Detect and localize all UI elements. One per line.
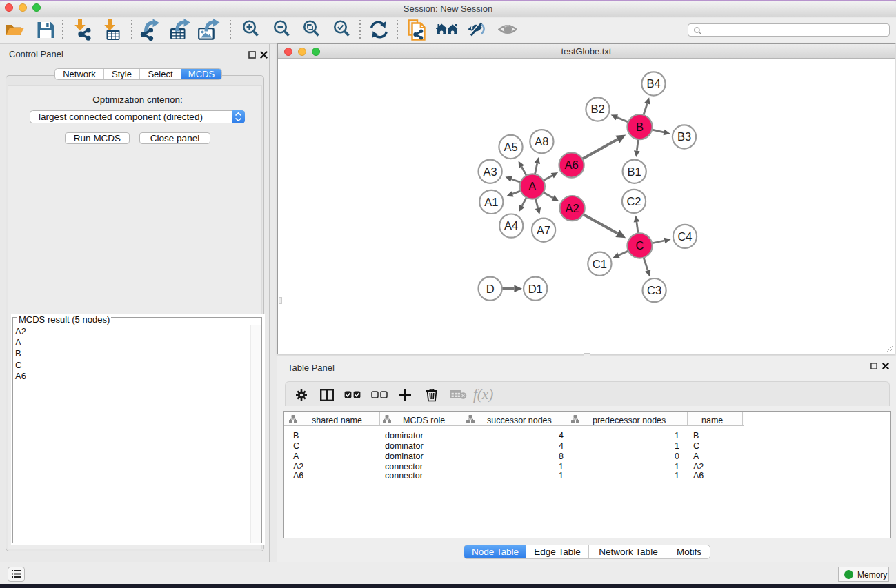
svg-text:C: C — [636, 239, 644, 252]
svg-text:D: D — [486, 283, 495, 295]
svg-text:A8: A8 — [535, 135, 548, 148]
svg-text:A3: A3 — [484, 165, 497, 178]
svg-text:B2: B2 — [590, 103, 604, 115]
svg-text:A7: A7 — [537, 224, 550, 236]
svg-text:A4: A4 — [504, 219, 518, 232]
svg-text:B3: B3 — [677, 130, 691, 143]
svg-text:A: A — [528, 180, 536, 192]
svg-text:B4: B4 — [646, 77, 660, 90]
svg-text:D1: D1 — [528, 283, 543, 295]
svg-text:C4: C4 — [677, 230, 692, 243]
svg-text:A1: A1 — [484, 196, 498, 208]
svg-text:C1: C1 — [593, 258, 607, 270]
svg-text:B: B — [636, 121, 644, 133]
svg-text:A2: A2 — [566, 202, 579, 214]
svg-text:C3: C3 — [647, 284, 661, 296]
svg-text:C2: C2 — [626, 195, 641, 207]
svg-text:A6: A6 — [565, 159, 579, 171]
svg-text:A5: A5 — [504, 141, 517, 153]
svg-text:B1: B1 — [628, 165, 641, 178]
